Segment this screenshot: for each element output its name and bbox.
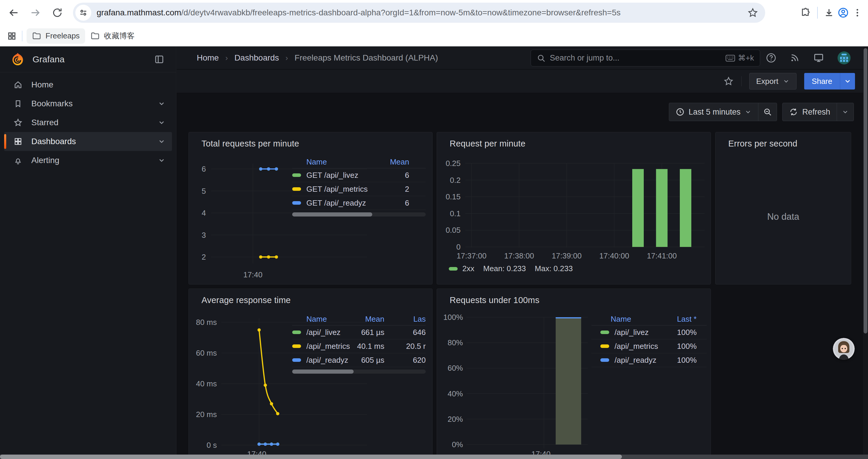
dock-sidebar-icon[interactable]: [154, 54, 164, 64]
url-bar[interactable]: grafana.mathmast.com/d/deytv4rwavabkb/fr…: [73, 3, 765, 23]
export-button[interactable]: Export: [749, 73, 796, 90]
vertical-scrollbar[interactable]: [863, 46, 868, 455]
downloads-button[interactable]: [822, 6, 836, 20]
legend-col-name[interactable]: Name: [611, 315, 631, 324]
help-icon[interactable]: [766, 53, 776, 63]
scrollbar-thumb[interactable]: [864, 48, 867, 333]
bookmark-folder-blog[interactable]: 收藏博客: [85, 28, 140, 44]
legend-row[interactable]: GET /api/_readyz 6: [292, 196, 426, 210]
legend-table: Name Last * /api/_livez 100% /api/_metri…: [591, 313, 707, 367]
browser-toolbar: grafana.mathmast.com/d/deytv4rwavabkb/fr…: [0, 0, 868, 25]
sidebar-menu: Home Bookmarks Starred Dashboards: [0, 72, 176, 170]
refresh-button[interactable]: Refresh: [783, 103, 837, 121]
legend-col-last[interactable]: Last *: [677, 315, 707, 324]
scrollbar-thumb[interactable]: [0, 455, 622, 459]
series-name[interactable]: GET /api/_metrics: [306, 185, 368, 194]
svg-text:60 ms: 60 ms: [196, 349, 217, 357]
star-icon: [13, 118, 23, 127]
scrollbar-thumb[interactable]: [292, 369, 354, 374]
profile-button[interactable]: [836, 6, 850, 20]
panel-title[interactable]: Total requests per minute: [202, 139, 299, 149]
svg-text:6: 6: [202, 165, 206, 173]
rss-news-icon[interactable]: [789, 53, 800, 63]
series-name[interactable]: /api/_metrics: [615, 342, 658, 351]
clock-icon: [676, 107, 685, 117]
bookmark-folder-freeleaps[interactable]: Freeleaps: [27, 28, 85, 44]
favorite-star-icon[interactable]: [723, 76, 734, 86]
legend-row[interactable]: /api/_livez 100%: [591, 326, 707, 339]
legend-col-name[interactable]: Name: [306, 157, 327, 167]
scrollbar-thumb[interactable]: [292, 212, 372, 217]
legend-col-name[interactable]: Name: [306, 315, 327, 324]
apps-grid-button[interactable]: [5, 29, 19, 43]
legend-scrollbar[interactable]: [292, 212, 426, 217]
forward-button[interactable]: [28, 6, 42, 20]
site-settings-button[interactable]: [75, 5, 91, 21]
legend-scrollbar[interactable]: [292, 369, 426, 374]
share-button[interactable]: Share: [804, 73, 855, 90]
floating-assistant-avatar[interactable]: [833, 338, 855, 360]
sidebar-item-starred[interactable]: Starred: [4, 113, 172, 132]
nav-icons: [766, 46, 851, 69]
grafana-logo[interactable]: [11, 53, 24, 66]
legend-row[interactable]: GET /api/_metrics 2: [292, 182, 426, 196]
sidebar-item-home[interactable]: Home: [4, 75, 172, 94]
keyboard-icon: [725, 54, 735, 62]
series-name[interactable]: /api/_readyz: [306, 356, 348, 365]
svg-text:60%: 60%: [447, 364, 463, 372]
share-menu-button[interactable]: [840, 73, 855, 90]
panel-title[interactable]: Errors per second: [728, 139, 797, 149]
breadcrumb-dashboards[interactable]: Dashboards: [234, 53, 279, 63]
panel-title[interactable]: Average response time: [202, 295, 291, 305]
browser-menu-button[interactable]: [850, 6, 864, 20]
refresh-group: Refresh: [782, 103, 854, 121]
series-name[interactable]: GET /api/_livez: [306, 171, 359, 180]
series-last: 620: [384, 356, 426, 365]
legend-row[interactable]: /api/_livez 661 µs 646: [292, 326, 426, 339]
legend-col-mean[interactable]: Mean: [390, 157, 426, 167]
series-swatch: [292, 201, 301, 205]
panel-title[interactable]: Requests under 100ms: [450, 295, 539, 305]
zoom-out-button[interactable]: [758, 103, 777, 121]
legend[interactable]: 2xx Mean: 0.233 Max: 0.233: [449, 264, 573, 273]
refresh-interval-button[interactable]: [837, 103, 854, 121]
legend-row[interactable]: /api/_metrics 40.1 ms 20.5 r: [292, 339, 426, 353]
series-name[interactable]: /api/_metrics: [306, 342, 350, 351]
star-icon: [747, 7, 758, 18]
sidebar-item-alerting[interactable]: Alerting: [4, 151, 172, 170]
series-mean-stat: Mean: 0.233: [483, 264, 526, 273]
monitor-kiosk-icon[interactable]: [813, 52, 824, 64]
back-button[interactable]: [6, 6, 21, 20]
svg-text:17:38:00: 17:38:00: [504, 251, 534, 260]
svg-text:17:40: 17:40: [247, 450, 266, 455]
url-text[interactable]: grafana.mathmast.com/d/deytv4rwavabkb/fr…: [97, 8, 747, 18]
legend-row[interactable]: /api/_metrics 100%: [591, 339, 707, 353]
series-name[interactable]: /api/_livez: [306, 328, 341, 337]
series-name[interactable]: /api/_livez: [615, 328, 649, 337]
legend-row[interactable]: /api/_readyz 605 µs 620: [292, 353, 426, 367]
series-name[interactable]: 2xx: [462, 264, 474, 273]
series-name[interactable]: /api/_readyz: [615, 356, 656, 365]
legend-row[interactable]: GET /api/_livez 6: [292, 168, 426, 182]
extensions-button[interactable]: [799, 6, 813, 20]
search-input[interactable]: Search or jump to... ⌘+k: [531, 50, 760, 66]
legend-col-mean[interactable]: Mean: [365, 315, 384, 324]
breadcrumb-home[interactable]: Home: [197, 53, 219, 63]
user-avatar[interactable]: [837, 51, 851, 65]
sidebar-item-bookmarks[interactable]: Bookmarks: [4, 94, 172, 113]
legend-row[interactable]: /api/_readyz 100%: [591, 353, 707, 367]
tune-icon: [79, 8, 88, 17]
horizontal-scrollbar[interactable]: [0, 455, 868, 459]
sidebar-item-dashboards[interactable]: Dashboards: [4, 132, 172, 151]
share-label[interactable]: Share: [804, 73, 840, 90]
panel-title[interactable]: Request per minute: [450, 139, 526, 149]
extensions-puzzle-icon: [801, 7, 811, 18]
bookmark-star-button[interactable]: [747, 7, 758, 18]
legend-col-last[interactable]: Las: [384, 315, 426, 324]
svg-text:80%: 80%: [447, 338, 463, 347]
reload-button[interactable]: [50, 6, 64, 20]
time-range-button[interactable]: Last 5 minutes: [669, 103, 758, 121]
series-name[interactable]: GET /api/_readyz: [306, 198, 366, 208]
svg-text:20%: 20%: [447, 415, 463, 424]
bell-icon: [13, 156, 23, 165]
